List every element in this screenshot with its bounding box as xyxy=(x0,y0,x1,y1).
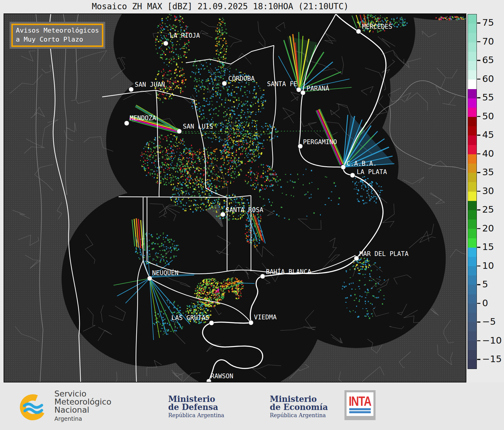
inta-bar-2 xyxy=(349,411,371,413)
colorbar-label-50: 50 xyxy=(482,111,494,121)
warning-line-1: Avisos Meteorológicos xyxy=(16,26,99,35)
colorbar-segment-4 xyxy=(468,52,477,61)
city-label-c-a-b-a: C.A.B.A. xyxy=(347,160,377,167)
warning-banner-border: Avisos Meteorológicos a Muy Corto Plazo xyxy=(11,24,103,47)
economia-wordmark: Ministerio de Economía República Argenti… xyxy=(270,395,328,418)
colorbar-segment-30 xyxy=(468,294,477,304)
colorbar-tick-50 xyxy=(477,116,480,117)
colorbar-segment-9 xyxy=(468,98,477,108)
colorbar-tick-−15 xyxy=(477,359,480,360)
colorbar-label-15: 15 xyxy=(482,241,494,252)
city-label-la-rioja: LA RIOJA xyxy=(170,32,200,39)
colorbar-segment-13 xyxy=(468,135,477,145)
economia-line-1: Ministerio xyxy=(270,395,328,403)
city-dot-santa-fe xyxy=(296,87,301,92)
city-label-mar-del-plata: MAR DEL PLATA xyxy=(359,250,409,257)
economia-line-3: República Argentina xyxy=(270,412,328,418)
colorbar-segment-37 xyxy=(468,359,477,369)
colorbar-tick-45 xyxy=(477,135,480,136)
colorbar-label-−10: −10 xyxy=(482,335,502,346)
economia-line-2: de Economía xyxy=(270,403,328,411)
colorbar-label-65: 65 xyxy=(482,54,494,65)
city-label-bahia-blanca: BAHÍA BLANCA xyxy=(266,268,311,275)
city-label-parana: PARANÁ xyxy=(307,85,329,92)
city-label-la-plata: LA PLATA xyxy=(357,168,387,176)
city-dot-cordoba xyxy=(222,81,227,86)
colorbar-segment-36 xyxy=(468,350,477,359)
smn-line-2: Meteorológico xyxy=(54,398,111,406)
smn-line-3: Nacional xyxy=(54,406,111,414)
colorbar-segment-31 xyxy=(468,304,477,313)
warning-banner[interactable]: Avisos Meteorológicos a Muy Corto Plazo xyxy=(10,22,105,49)
colorbar-segment-2 xyxy=(468,33,477,42)
city-dot-viedma xyxy=(249,320,253,325)
colorbar-tick-20 xyxy=(477,228,480,229)
colorbar-label-40: 40 xyxy=(482,148,494,159)
dbz-colorbar-strip xyxy=(468,14,477,369)
colorbar-segment-11 xyxy=(468,117,477,126)
city-dot-mercedes xyxy=(356,29,361,34)
colorbar-segment-35 xyxy=(468,341,477,350)
colorbar-segment-15 xyxy=(468,154,477,164)
city-dot-c-a-b-a xyxy=(341,165,346,170)
colorbar-segment-8 xyxy=(468,89,477,98)
colorbar-label-75: 75 xyxy=(482,17,494,28)
city-label-mendoza: MENDOZA xyxy=(130,115,156,122)
colorbar-tick-70 xyxy=(477,41,480,42)
colorbar-label-−15: −15 xyxy=(482,353,502,364)
colorbar-tick-30 xyxy=(477,191,480,192)
colorbar-label-30: 30 xyxy=(482,185,494,196)
colorbar-tick-5 xyxy=(477,284,480,285)
colorbar-segment-26 xyxy=(468,257,477,266)
city-label-mercedes: MERCEDES xyxy=(362,23,392,30)
city-dot-neuquen xyxy=(147,276,152,281)
city-label-las-grutas: LAS GRUTAS xyxy=(171,314,209,321)
colorbar-label-10: 10 xyxy=(482,260,494,271)
colorbar-segment-29 xyxy=(468,285,477,294)
colorbar-segment-5 xyxy=(468,61,477,70)
smn-line-1: Servicio xyxy=(54,390,111,398)
dbz-colorbar: 757065605550454035302520151050−5−10−15 xyxy=(468,14,504,370)
inta-wordmark: INTA xyxy=(349,395,371,407)
defensa-wordmark: Ministerio de Defensa República Argentin… xyxy=(168,395,224,418)
colorbar-label-5: 5 xyxy=(482,279,488,289)
defensa-line-3: República Argentina xyxy=(168,412,224,418)
city-dot-santa-rosa xyxy=(220,212,225,217)
colorbar-segment-1 xyxy=(468,24,477,33)
colorbar-label-35: 35 xyxy=(482,167,494,177)
colorbar-label-45: 45 xyxy=(482,129,494,140)
colorbar-segment-22 xyxy=(468,219,477,229)
city-dot-la-plata xyxy=(350,173,355,178)
colorbar-tick-65 xyxy=(477,60,480,61)
city-label-santa-rosa: SANTA ROSA xyxy=(226,206,264,214)
city-dot-parana xyxy=(301,90,305,95)
colorbar-segment-6 xyxy=(468,70,477,80)
city-dot-mar-del-plata xyxy=(354,256,359,261)
inta-logo-inner: INTA xyxy=(347,392,373,416)
colorbar-label-−5: −5 xyxy=(482,316,496,327)
colorbar-segment-10 xyxy=(468,108,477,117)
colorbar-segment-3 xyxy=(468,42,477,52)
city-label-san-luis: SAN LUIS xyxy=(183,123,213,130)
smn-wordmark: Servicio Meteorológico Nacional Argentin… xyxy=(54,390,111,423)
colorbar-label-20: 20 xyxy=(482,223,494,234)
city-dot-las-grutas xyxy=(209,321,214,325)
colorbar-segment-33 xyxy=(468,322,477,331)
colorbar-label-55: 55 xyxy=(482,92,494,103)
colorbar-segment-14 xyxy=(468,145,477,154)
city-label-cordoba: CÓRDOBA xyxy=(228,75,255,82)
city-label-san-juan: SAN JUAN xyxy=(135,81,165,88)
footer-logos: Servicio Meteorológico Nacional Argentin… xyxy=(0,382,504,430)
radar-coverage-circles xyxy=(62,14,466,382)
warning-line-2: a Muy Corto Plazo xyxy=(16,35,99,44)
inta-logo: INTA xyxy=(344,390,376,420)
colorbar-tick-60 xyxy=(477,79,480,80)
colorbar-tick-15 xyxy=(477,247,480,248)
city-dot-pergamino xyxy=(298,144,303,149)
radar-map: LA RIOJAMERCEDESSAN JUANCÓRDOBASANTA FEP… xyxy=(4,13,466,382)
colorbar-tick-75 xyxy=(477,22,480,24)
colorbar-segment-21 xyxy=(468,210,477,219)
colorbar-segment-23 xyxy=(468,229,477,238)
colorbar-tick-0 xyxy=(477,303,480,304)
colorbar-tick-10 xyxy=(477,266,480,267)
